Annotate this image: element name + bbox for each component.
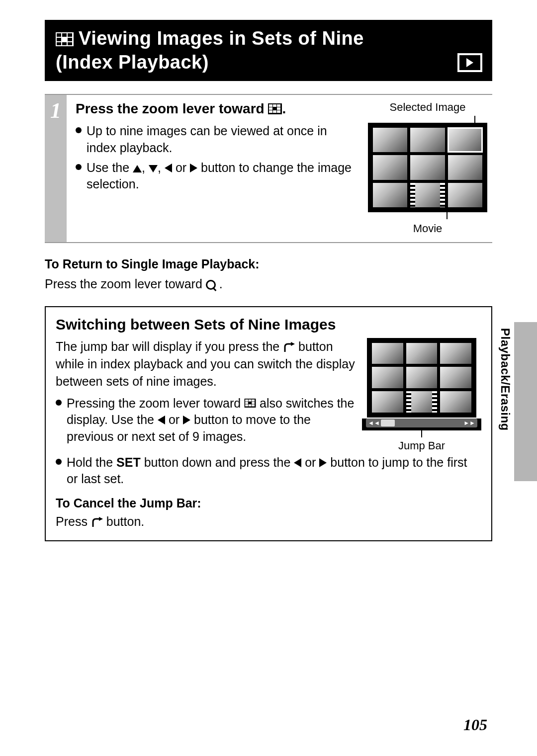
right-arrow-icon	[319, 458, 327, 467]
selected-thumb	[448, 128, 482, 152]
svg-rect-12	[277, 104, 280, 107]
svg-rect-17	[277, 110, 280, 113]
step-heading: Press the zoom lever toward .	[76, 101, 358, 118]
svg-rect-2	[62, 33, 67, 37]
index-playback-diagram: Selected Image Movie	[363, 101, 492, 235]
svg-rect-10	[269, 104, 272, 107]
box-bullet: Pressing the zoom lever toward also swit…	[56, 395, 355, 445]
return-single-image-section: To Return to Single Image Playback: Pres…	[45, 255, 492, 293]
svg-rect-3	[68, 33, 72, 37]
down-arrow-icon	[149, 165, 158, 172]
section-title-bar: Viewing Images in Sets of Nine (Index Pl…	[45, 20, 492, 81]
svg-rect-15	[269, 110, 272, 113]
page-number: 105	[463, 716, 487, 734]
svg-rect-23	[252, 402, 255, 404]
up-arrow-icon	[133, 165, 142, 172]
index-grid-preview	[367, 338, 476, 418]
right-arrow-icon	[190, 164, 197, 172]
svg-rect-8	[68, 42, 72, 45]
title-line1: Viewing Images in Sets of Nine	[79, 28, 364, 49]
svg-rect-16	[273, 110, 276, 113]
jump-bar	[366, 419, 477, 427]
svg-rect-14	[277, 107, 280, 110]
jump-bar-label: Jump Bar	[362, 439, 481, 452]
left-arrow-icon	[158, 416, 165, 424]
svg-rect-25	[249, 404, 252, 406]
svg-rect-6	[57, 42, 61, 45]
cancel-jump-bar-section: To Cancel the Jump Bar: Press button.	[56, 495, 481, 530]
index-grid-icon	[56, 32, 74, 46]
section-side-label: Playback/Erasing	[498, 328, 512, 431]
return-heading: To Return to Single Image Playback:	[45, 257, 260, 271]
left-arrow-icon	[294, 458, 301, 467]
svg-rect-24	[245, 404, 248, 406]
switching-sets-box: Switching between Sets of Nine Images Th…	[45, 306, 492, 542]
svg-rect-26	[252, 404, 255, 406]
jump-bar-diagram: Jump Bar	[362, 338, 481, 452]
section-side-tab	[514, 322, 537, 481]
svg-rect-13	[269, 107, 272, 110]
left-arrow-icon	[165, 164, 172, 172]
jump-icon	[283, 342, 295, 353]
step-bullet: Up to nine images can be viewed at once …	[76, 123, 358, 157]
right-arrow-icon	[183, 416, 190, 424]
diagram-bottom-label: Movie	[363, 222, 492, 235]
svg-rect-20	[249, 399, 252, 401]
magnify-icon	[206, 280, 216, 290]
cancel-heading: To Cancel the Jump Bar:	[56, 496, 201, 510]
svg-rect-4	[57, 38, 61, 41]
movie-thumb	[410, 183, 445, 207]
svg-rect-1	[57, 33, 61, 37]
playback-mode-icon	[457, 53, 482, 72]
step-number: 1	[45, 95, 67, 242]
box-title: Switching between Sets of Nine Images	[56, 316, 481, 333]
diagram-top-label: Selected Image	[363, 101, 492, 114]
jump-icon	[91, 517, 103, 528]
svg-rect-11	[273, 104, 276, 107]
svg-rect-22	[245, 402, 248, 404]
svg-rect-7	[62, 42, 67, 45]
svg-rect-5	[68, 38, 72, 41]
svg-rect-19	[245, 399, 248, 401]
step-bullet: Use the , , or button to change the imag…	[76, 160, 358, 193]
index-grid-icon	[244, 396, 260, 410]
title-line2: (Index Playback)	[56, 52, 209, 73]
step-1: 1 Press the zoom lever toward . Up to ni…	[45, 94, 492, 243]
box-bullet: Hold the SET button down and press the o…	[56, 454, 481, 488]
section-title: Viewing Images in Sets of Nine (Index Pl…	[56, 27, 481, 74]
box-paragraph: The jump bar will display if you press t…	[56, 338, 355, 390]
index-grid-icon	[268, 102, 282, 118]
svg-rect-21	[252, 399, 255, 401]
index-grid-preview	[368, 123, 487, 212]
